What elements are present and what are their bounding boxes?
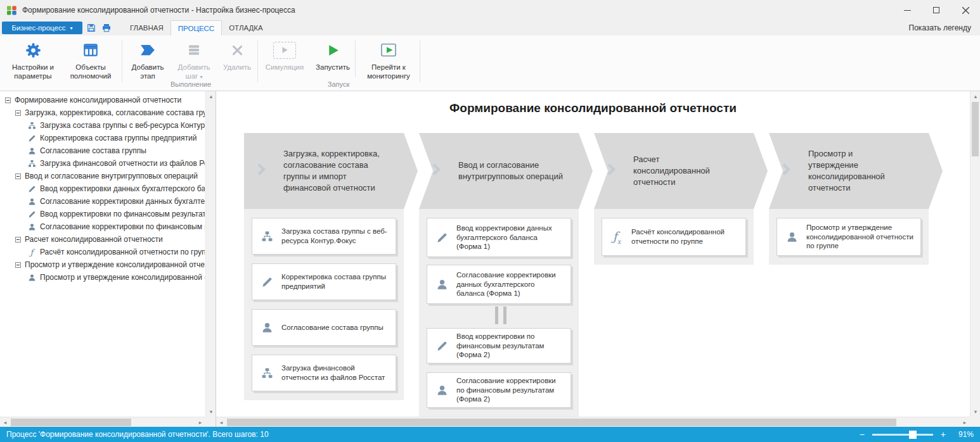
scroll-up-button[interactable]: ▲ [970,91,980,101]
tree-item-step[interactable]: Корректировка состава группы предприятий [0,132,205,144]
stage-chevron-icon [254,163,265,175]
step-card[interactable]: Согласование корректировки по финансовым… [427,372,571,408]
collapse-icon[interactable] [15,110,21,116]
steps-icon [186,39,202,61]
person-icon [27,196,37,206]
tree-item-step[interactable]: Загрузка финансовой отчетности из файлов… [0,157,205,170]
scrollbar-thumb[interactable] [11,419,131,426]
scroll-left-button[interactable]: ◄ [0,417,10,427]
scrollbar-thumb[interactable] [972,102,979,156]
gear-icon [25,39,42,61]
permission-objects-button[interactable]: Объекты полномочий [63,38,118,85]
tree-item-step[interactable]: Согласование состава группы [0,144,205,157]
delete-x-icon [231,39,244,61]
stage-chevron-icon [429,163,440,175]
tree-item-step[interactable]: Ввод корректировки по финансовым результ… [0,208,205,220]
step-card[interactable]: Ввод корректировки по финансовым результ… [427,328,571,363]
window-title: Формирование консолидированной отчетност… [22,6,295,15]
go-to-monitoring-button[interactable]: Перейти к мониторингу [359,38,418,85]
stage-chevron-icon [603,163,615,175]
main-area: Формирование консолидированной отчетност… [0,91,980,427]
save-icon[interactable] [86,23,96,33]
step-card[interactable]: Согласование корректировки данных бухгал… [427,265,571,304]
scroll-left-icon: ◄ [3,420,7,426]
tree-item-step[interactable]: Ввод корректировки данных бухгалтерского… [0,182,205,195]
scrollbar-corner [970,417,980,427]
scrollbar-thumb[interactable] [227,419,896,426]
tree-item-stage[interactable]: Расчет консолидированной отчетности [0,233,205,246]
tree-item-step[interactable]: Просмотр и утверждение консолидированной… [0,271,205,284]
tree-item-step[interactable]: Загрузка состава группы с веб-ресурса Ко… [0,119,205,132]
tree-item-step[interactable]: Согласование корректировки данных бухгал… [0,195,205,208]
person-icon [777,231,806,243]
caret-down-icon: ▾ [200,74,203,80]
step-card[interactable]: Согласование состава группы [252,309,396,346]
zoom-control: − + 91% [860,430,974,439]
stage-header[interactable]: Ввод и согласование внутригрупповых опер… [419,133,593,209]
scroll-down-icon: ▼ [209,409,213,415]
scroll-down-button[interactable]: ▼ [206,407,216,417]
ribbon-separator [355,41,356,77]
maximize-button[interactable] [922,0,951,20]
tree-item-stage[interactable]: Просмотр и утверждение консолидированной… [0,258,205,271]
tab-main[interactable]: ГЛАВНАЯ [123,20,171,35]
scrollbar-corner [205,417,216,427]
collapse-icon[interactable] [15,262,21,268]
step-card[interactable]: Загрузка финансовой отчетности из файлов… [252,355,396,391]
tree-item-stage[interactable]: Загрузка, корректировка, согласование со… [0,106,205,119]
tree-item-step[interactable]: ƒ Расчёт консолидированной отчетности по… [0,246,205,258]
close-button[interactable] [951,0,980,20]
tree-item-step[interactable]: Согласование корректировки по финансовым… [0,220,205,233]
tree-horizontal-scrollbar[interactable]: ◄ ► [0,417,205,427]
stage-header[interactable]: Расчет консолидированной отчетности [594,133,768,209]
person-icon [427,384,456,396]
pencil-icon [252,276,281,288]
minimize-button[interactable] [893,0,922,20]
stage-arrow-icon [139,39,156,61]
add-stage-button[interactable]: Добавить этап [126,38,170,85]
business-process-menu-button[interactable]: Бизнес-процесс ▾ [2,22,82,34]
tree-item-stage[interactable]: Ввод и согласование внутригрупповых опер… [0,170,205,182]
zoom-in-button[interactable]: + [941,430,946,439]
scroll-up-button[interactable]: ▲ [206,91,216,101]
step-card[interactable]: Загрузка состава группы с веб-ресурса Ко… [252,218,396,255]
canvas-horizontal-scrollbar[interactable]: ◄ ► [216,417,970,427]
collapse-icon[interactable] [15,174,21,179]
zoom-slider-thumb[interactable] [909,431,917,439]
scroll-right-button[interactable]: ► [195,417,205,427]
step-card[interactable]: Ввод корректировки данных бухгалтерского… [427,218,571,257]
scroll-right-button[interactable]: ► [960,417,970,427]
simulation-button[interactable]: Симуляция [261,38,308,85]
zoom-slider[interactable] [872,434,933,436]
delete-button[interactable]: Удалить [218,38,256,85]
collapse-icon[interactable] [5,98,11,103]
collapse-icon[interactable] [15,237,21,243]
step-card[interactable]: Просмотр и утверждение консолидированной… [777,218,921,256]
step-card[interactable]: Корректировка состава группы предприятий [252,263,396,300]
tree-item-root[interactable]: Формирование консолидированной отчетност… [0,94,205,106]
stage-header[interactable]: Просмотр и утверждение консолидированной… [769,133,943,209]
person-icon [427,279,456,291]
scroll-left-button[interactable]: ◄ [216,417,226,427]
run-button[interactable]: Запустить [311,38,355,85]
pencil-icon [27,133,37,143]
scroll-down-button[interactable]: ▼ [970,407,980,417]
add-step-button[interactable]: Добавить шаг ▾ [172,38,216,85]
canvas-vertical-scrollbar[interactable]: ▲ ▼ [970,91,980,417]
tree-vertical-scrollbar[interactable]: ▲ ▼ [205,91,216,417]
show-legend-link[interactable]: Показать легенду [909,20,971,35]
stage-header[interactable]: Загрузка, корректировка, согласование со… [244,133,418,209]
process-tree: Формирование консолидированной отчетност… [0,94,205,416]
zoom-out-button[interactable]: − [860,430,865,439]
app-icon [6,5,17,16]
tab-debug[interactable]: ОТЛАДКА [222,20,269,35]
print-icon[interactable] [101,23,112,33]
diagram-canvas[interactable]: Формирование консолидированной отчетност… [216,91,980,427]
tab-process[interactable]: ПРОЦЕСС [171,20,222,35]
close-icon [962,7,969,14]
step-card[interactable]: ƒx Расчёт консолидированной отчетности п… [602,218,746,256]
settings-parameters-button[interactable]: Настройки и параметры [5,38,61,85]
table-icon [82,39,99,61]
swimlane: Ввод корректировки данных бухгалтерского… [419,209,579,417]
ribbon-separator [122,41,122,82]
